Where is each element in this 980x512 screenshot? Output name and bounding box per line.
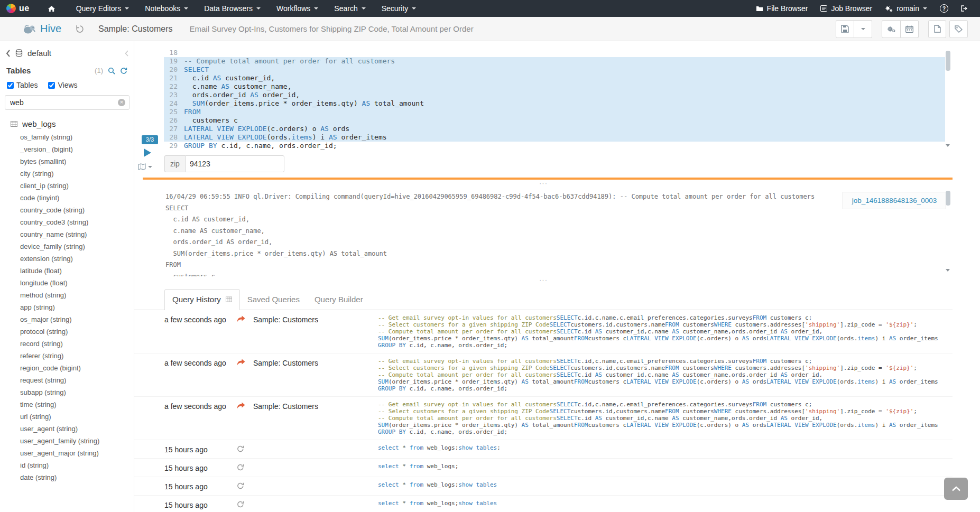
log-scroll-down-icon[interactable] bbox=[946, 269, 950, 272]
column-item[interactable]: record (string) bbox=[0, 338, 134, 350]
collapse-sidebar-icon[interactable] bbox=[125, 50, 128, 57]
tags-button[interactable] bbox=[949, 20, 968, 38]
editor-line: 25FROM bbox=[164, 108, 945, 116]
file-browser-link[interactable]: File Browser bbox=[750, 0, 815, 17]
column-item[interactable]: region_code (bigint) bbox=[0, 362, 134, 374]
execute-button[interactable] bbox=[144, 148, 151, 157]
database-name[interactable]: default bbox=[27, 49, 51, 58]
column-item[interactable]: protocol (string) bbox=[0, 325, 134, 338]
column-item[interactable]: subapp (string) bbox=[0, 386, 134, 398]
column-item[interactable]: longitude (float) bbox=[0, 277, 134, 289]
column-item[interactable]: date (string) bbox=[0, 471, 134, 483]
tab-query-builder[interactable]: Query Builder bbox=[307, 290, 371, 310]
preview-line: select * from web_logs;show tables; bbox=[378, 444, 953, 451]
column-item[interactable]: os_family (string) bbox=[0, 131, 134, 143]
history-row[interactable]: 15 hours agoselect * from web_logs;show … bbox=[134, 496, 953, 512]
menu-data-browsers[interactable]: Data Browsers bbox=[196, 0, 269, 17]
save-dropdown-button[interactable] bbox=[854, 20, 872, 38]
menu-search[interactable]: Search bbox=[326, 0, 373, 17]
app-name[interactable]: Hive bbox=[40, 23, 61, 35]
settings-button[interactable] bbox=[882, 20, 901, 38]
tab-query-history[interactable]: Query History bbox=[164, 289, 240, 310]
history-time: a few seconds ago bbox=[164, 401, 237, 411]
column-item[interactable]: latitude (float) bbox=[0, 265, 134, 277]
column-item[interactable]: code (tinyint) bbox=[0, 192, 134, 204]
history-query-preview: select * from web_logs;show tables bbox=[378, 481, 953, 488]
job-browser-icon bbox=[820, 5, 827, 12]
column-item[interactable]: time (string) bbox=[0, 398, 134, 411]
code-text: -- Compute total amount per order for al… bbox=[184, 57, 395, 66]
column-item[interactable]: url (string) bbox=[0, 411, 134, 423]
preview-line: select * from web_logs;show tables bbox=[378, 500, 953, 507]
column-item[interactable]: country_name (string) bbox=[0, 228, 134, 240]
tables-checkbox-input[interactable] bbox=[7, 82, 14, 89]
chevron-down-icon bbox=[362, 7, 366, 10]
new-query-button[interactable] bbox=[928, 20, 946, 38]
column-item[interactable]: device_family (string) bbox=[0, 240, 134, 253]
column-item[interactable]: user_agent_family (string) bbox=[0, 435, 134, 447]
views-checkbox-input[interactable] bbox=[48, 82, 55, 89]
editor-menu-button[interactable] bbox=[138, 163, 152, 170]
column-item[interactable]: method (string) bbox=[0, 289, 134, 301]
hue-logo[interactable]: ue bbox=[6, 4, 30, 13]
filter-views-checkbox[interactable]: Views bbox=[48, 81, 77, 89]
history-row[interactable]: a few seconds agoSample: Customers-- Get… bbox=[134, 353, 953, 397]
history-row[interactable]: a few seconds agoSample: Customers-- Get… bbox=[134, 310, 953, 353]
menu-query-editors[interactable]: Query Editors bbox=[68, 0, 137, 17]
column-item[interactable]: city (string) bbox=[0, 167, 134, 180]
variable-input[interactable] bbox=[185, 155, 284, 172]
column-item[interactable]: os_major (string) bbox=[0, 313, 134, 325]
table-name: web_logs bbox=[22, 119, 56, 128]
line-number: 27 bbox=[164, 125, 178, 133]
job-link[interactable]: job_1461888648136_0003 bbox=[843, 192, 946, 209]
user-menu[interactable]: romain bbox=[879, 0, 933, 17]
menu-security[interactable]: Security bbox=[374, 0, 424, 17]
column-item[interactable]: user_agent_major (string) bbox=[0, 447, 134, 459]
column-item[interactable]: app (string) bbox=[0, 301, 134, 313]
column-item[interactable]: _version_ (bigint) bbox=[0, 143, 134, 155]
column-item[interactable]: referer (string) bbox=[0, 350, 134, 362]
line-number: 25 bbox=[164, 108, 178, 116]
column-item[interactable]: request (string) bbox=[0, 374, 134, 386]
table-filter-input[interactable] bbox=[5, 95, 130, 110]
logout-button[interactable] bbox=[955, 0, 975, 17]
history-row[interactable]: 15 hours agoselect * from web_logs;show … bbox=[134, 477, 953, 496]
resize-handle[interactable]: ··· bbox=[134, 181, 953, 187]
clear-search-icon[interactable]: × bbox=[118, 99, 125, 106]
query-history-icon[interactable] bbox=[75, 24, 85, 34]
table-item-web-logs[interactable]: web_logs bbox=[0, 119, 134, 128]
hue-logo-icon bbox=[6, 4, 16, 13]
sql-editor[interactable]: 1819-- Compute total amount per order fo… bbox=[164, 49, 945, 150]
resize-handle[interactable]: ··· bbox=[134, 278, 953, 283]
back-button[interactable] bbox=[5, 49, 11, 58]
column-item[interactable]: user_agent (string) bbox=[0, 423, 134, 435]
help-button[interactable]: ? bbox=[933, 0, 955, 17]
search-tables-button[interactable] bbox=[108, 67, 115, 75]
log-line: 16/04/29 06:59:55 INFO ql.Driver: Compil… bbox=[165, 191, 953, 203]
editor-scroll-down-icon[interactable] bbox=[946, 144, 950, 147]
save-button[interactable] bbox=[836, 20, 854, 38]
column-item[interactable]: id (string) bbox=[0, 459, 134, 471]
column-item[interactable]: bytes (smallint) bbox=[0, 155, 134, 167]
menu-notebooks[interactable]: Notebooks bbox=[137, 0, 196, 17]
column-item[interactable]: extension (string) bbox=[0, 253, 134, 265]
editor-scrollbar-thumb[interactable] bbox=[946, 51, 950, 71]
history-query-preview: select * from web_logs;show tables bbox=[378, 500, 953, 507]
history-row[interactable]: 15 hours agoselect * from web_logs;show … bbox=[134, 440, 953, 459]
log-scrollbar-thumb[interactable] bbox=[946, 191, 950, 206]
filter-tables-checkbox[interactable]: Tables bbox=[7, 81, 38, 89]
tab-saved-queries[interactable]: Saved Queries bbox=[240, 290, 307, 310]
scroll-to-top-button[interactable] bbox=[944, 478, 968, 500]
history-row[interactable]: 15 hours agoselect * from web_logs; bbox=[134, 459, 953, 477]
job-browser-link[interactable]: Job Browser bbox=[814, 0, 879, 17]
history-row[interactable]: a few seconds agoSample: Customers-- Get… bbox=[134, 397, 953, 440]
column-item[interactable]: country_code (string) bbox=[0, 204, 134, 216]
home-button[interactable] bbox=[42, 0, 61, 17]
bookmark-share-icon bbox=[237, 402, 245, 409]
refresh-tables-button[interactable] bbox=[120, 67, 127, 75]
menu-workflows[interactable]: Workflows bbox=[269, 0, 326, 17]
schedule-button[interactable] bbox=[901, 20, 919, 38]
preview-line: -- Select customers for a given shipping… bbox=[378, 408, 953, 415]
column-item[interactable]: client_ip (string) bbox=[0, 180, 134, 192]
column-item[interactable]: country_code3 (string) bbox=[0, 216, 134, 228]
